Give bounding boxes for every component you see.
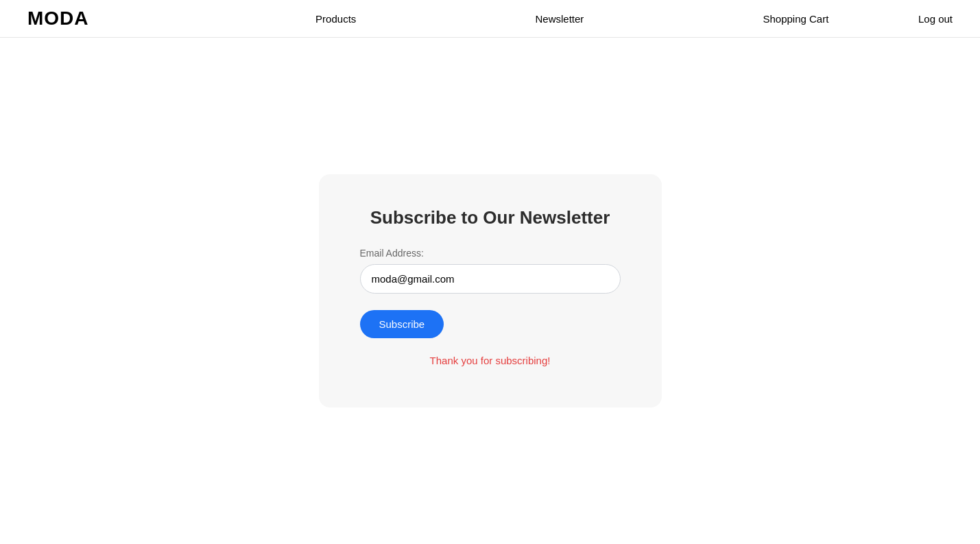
nav-links: Products Newsletter Shopping Cart (226, 13, 918, 25)
success-message: Thank you for subscribing! (360, 355, 621, 366)
logout-link[interactable]: Log out (918, 13, 953, 25)
nav-link-newsletter[interactable]: Newsletter (535, 13, 584, 25)
email-input[interactable] (360, 264, 621, 294)
newsletter-card: Subscribe to Our Newsletter Email Addres… (319, 174, 662, 407)
nav-link-shopping-cart[interactable]: Shopping Cart (763, 13, 828, 25)
navbar: MODA Products Newsletter Shopping Cart L… (0, 0, 980, 38)
main-content: Subscribe to Our Newsletter Email Addres… (0, 38, 980, 544)
email-label: Email Address: (360, 248, 621, 259)
nav-link-products[interactable]: Products (315, 13, 356, 25)
newsletter-title: Subscribe to Our Newsletter (360, 207, 621, 228)
brand-logo[interactable]: MODA (27, 8, 89, 29)
subscribe-button[interactable]: Subscribe (360, 310, 444, 338)
